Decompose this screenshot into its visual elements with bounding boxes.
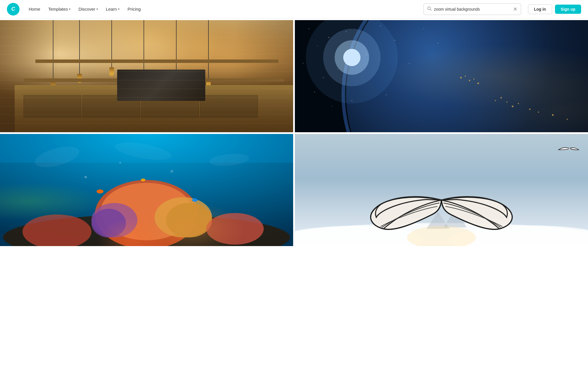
svg-point-35 [409,63,410,64]
learn-chevron-icon: ▾ [118,7,119,11]
svg-point-59 [171,170,173,173]
pendant-bulb-3 [109,67,114,76]
logo-text: C [11,6,15,12]
svg-point-50 [166,203,212,237]
wings-overlay [295,134,588,246]
nav-learn-label: Learn [106,7,117,11]
svg-point-5 [343,49,361,66]
svg-point-13 [477,83,479,84]
svg-point-24 [328,37,329,38]
search-input[interactable] [434,7,511,11]
stars [295,20,588,132]
grid-item-ocean[interactable] [0,134,293,246]
pendant-bulb-4 [142,76,146,85]
svg-point-51 [23,214,92,246]
svg-point-48 [92,209,126,237]
pendant-wire-1 [53,20,53,82]
pendant-wire-4 [144,20,144,76]
pendant-wire-5 [176,20,177,71]
svg-point-37 [332,106,332,107]
svg-point-36 [314,92,315,92]
nav-templates-label: Templates [48,7,68,11]
shelf-2 [24,78,285,82]
drawers [24,95,258,123]
svg-point-10 [465,76,466,77]
svg-point-25 [317,46,318,46]
svg-point-22 [567,119,568,120]
svg-point-21 [552,114,554,116]
grid-item-cafe[interactable] [0,20,293,132]
nav-pricing-label: Pricing [127,7,141,11]
espresso-machine [117,70,205,101]
nav-discover-label: Discover [78,7,95,11]
svg-point-26 [346,31,347,32]
pendant-wire-2 [79,20,80,74]
image-grid [0,18,588,248]
svg-point-14 [495,100,496,101]
svg-point-11 [469,80,470,81]
space-scene [295,20,588,132]
svg-point-32 [323,77,324,78]
nav-learn[interactable]: Learn ▾ [102,4,123,14]
svg-point-23 [309,28,309,29]
canva-logo[interactable]: C [7,3,20,16]
signup-button[interactable]: Sign up [555,5,581,14]
svg-point-20 [538,112,539,113]
svg-point-9 [460,77,462,78]
search-bar: ✕ [423,3,521,15]
pendant-bulb-6 [206,78,211,88]
svg-point-7 [323,29,381,86]
svg-point-18 [518,103,519,104]
clear-search-icon[interactable]: ✕ [513,6,517,12]
svg-point-34 [366,54,366,55]
svg-point-44 [3,214,290,246]
svg-line-1 [430,9,431,10]
login-button[interactable]: Log in [528,4,552,14]
brick-pattern [0,20,293,132]
svg-point-30 [438,43,438,43]
svg-point-53 [97,189,104,193]
nav-discover[interactable]: Discover ▾ [75,4,101,14]
svg-point-6 [335,40,369,75]
discover-chevron-icon: ▾ [96,7,98,11]
svg-point-28 [394,40,395,41]
nav-templates[interactable]: Templates ▾ [45,4,74,14]
ocean-scene [0,134,293,246]
svg-rect-56 [0,134,293,163]
nav-home[interactable]: Home [25,4,44,14]
svg-point-42 [114,139,173,163]
svg-point-29 [423,28,424,29]
grid-item-angel[interactable] [295,134,588,246]
svg-point-55 [141,179,146,181]
grid-item-space[interactable] [295,20,588,132]
nav-right: Log in Sign up [528,4,581,14]
svg-point-38 [352,100,352,101]
svg-point-47 [92,203,138,237]
svg-point-43 [209,152,250,167]
svg-point-27 [380,26,381,26]
svg-point-31 [303,63,303,64]
nav-pricing[interactable]: Pricing [124,4,144,14]
svg-rect-40 [0,134,293,246]
svg-point-3 [346,20,588,132]
svg-point-15 [500,97,502,99]
svg-point-17 [512,105,514,107]
pendant-bulb-1 [51,82,55,91]
svg-point-52 [206,213,264,245]
search-icon [427,6,432,12]
pendant-wire-6 [208,20,209,78]
svg-rect-2 [295,20,588,132]
cafe-overlay [0,20,293,132]
svg-point-8 [306,20,398,103]
svg-point-58 [119,162,121,164]
svg-point-41 [32,143,81,171]
navbar: C Home Templates ▾ Discover ▾ Learn ▾ Pr… [0,0,588,18]
counter [15,85,293,132]
svg-point-33 [337,69,338,69]
svg-point-16 [506,101,508,103]
svg-point-12 [473,78,475,80]
templates-chevron-icon: ▾ [69,7,70,11]
svg-point-45 [95,180,198,246]
svg-point-39 [386,95,387,95]
nav-home-label: Home [29,7,40,11]
